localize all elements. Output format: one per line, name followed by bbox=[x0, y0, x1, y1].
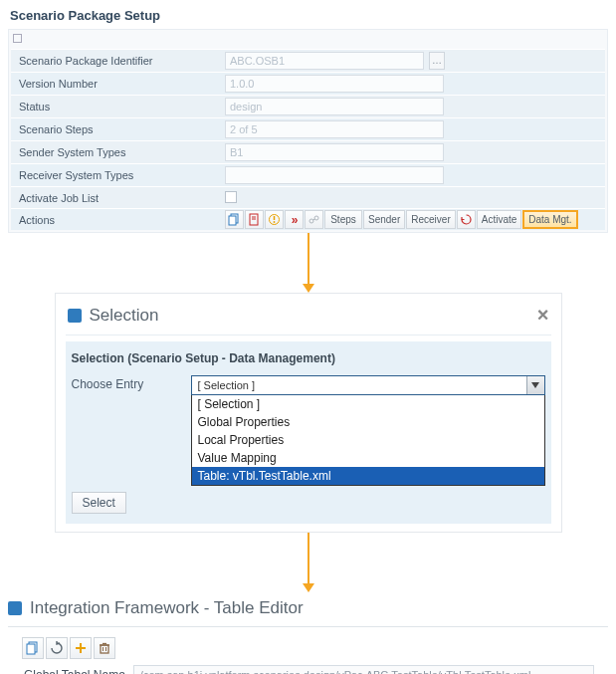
svg-point-7 bbox=[274, 221, 276, 223]
choose-entry-label: Choose Entry bbox=[72, 375, 191, 391]
selection-dialog: Selection × Selection (Scenario Setup - … bbox=[55, 293, 562, 533]
table-editor-panel: Global Tabel Name Customer C33333 Vendor… bbox=[22, 637, 594, 674]
choose-entry-dropdown-list: [ Selection ] Global Properties Local Pr… bbox=[191, 395, 545, 486]
receiver-types-label: Receiver System Types bbox=[11, 166, 225, 184]
divider bbox=[8, 626, 608, 627]
steps-button[interactable]: Steps bbox=[324, 210, 362, 229]
select-option[interactable]: Value Mapping bbox=[192, 449, 544, 467]
close-icon[interactable]: × bbox=[537, 304, 549, 327]
identifier-picker-button[interactable]: … bbox=[429, 52, 445, 70]
select-option[interactable]: Local Properties bbox=[192, 431, 544, 449]
steps-input bbox=[225, 120, 444, 138]
flow-arrow-2 bbox=[4, 533, 612, 592]
collapse-toggle-icon[interactable] bbox=[13, 34, 22, 43]
joblist-checkbox[interactable] bbox=[225, 191, 237, 203]
new-icon[interactable] bbox=[22, 637, 44, 659]
sender-types-label: Sender System Types bbox=[11, 143, 225, 161]
actions-label: Actions bbox=[11, 211, 225, 229]
svg-line-10 bbox=[313, 219, 315, 220]
select-option[interactable]: Global Properties bbox=[192, 413, 544, 431]
steps-label: Scenario Steps bbox=[11, 120, 225, 138]
add-icon[interactable] bbox=[70, 637, 92, 659]
receiver-types-input bbox=[225, 166, 444, 184]
editor-icon bbox=[8, 601, 22, 615]
version-label: Version Number bbox=[11, 75, 225, 93]
status-input bbox=[225, 98, 444, 115]
editor-title: Integration Framework - Table Editor bbox=[30, 598, 304, 618]
advance-icon[interactable]: » bbox=[285, 210, 304, 229]
identifier-input bbox=[225, 52, 424, 70]
identifier-label: Scenario Package Identifier bbox=[11, 52, 225, 70]
sender-button[interactable]: Sender bbox=[363, 210, 405, 229]
activate-button[interactable]: Activate bbox=[477, 210, 522, 229]
link-icon[interactable] bbox=[305, 210, 323, 229]
dialog-icon bbox=[68, 309, 82, 323]
setup-title: Scenario Package Setup bbox=[4, 4, 612, 29]
refresh-icon[interactable] bbox=[46, 637, 68, 659]
identifier-value-wrap: … bbox=[225, 50, 605, 72]
dialog-title: Selection bbox=[90, 306, 537, 326]
choose-entry-select[interactable]: [ Selection ] bbox=[191, 375, 545, 395]
data-mgt-button[interactable]: Data Mgt. bbox=[522, 210, 577, 229]
svg-rect-15 bbox=[101, 645, 108, 653]
doc-icon[interactable] bbox=[245, 210, 264, 229]
global-table-name-label: Global Tabel Name bbox=[22, 668, 125, 674]
select-button[interactable]: Select bbox=[72, 492, 126, 514]
svg-rect-1 bbox=[229, 216, 236, 225]
copy-icon[interactable] bbox=[225, 210, 244, 229]
global-table-name-input bbox=[133, 665, 594, 674]
status-label: Status bbox=[11, 98, 225, 115]
joblist-label: Activate Job List bbox=[11, 189, 225, 207]
dialog-subtitle: Selection (Scenario Setup - Data Managem… bbox=[66, 341, 551, 371]
svg-rect-12 bbox=[27, 644, 35, 654]
delete-icon[interactable] bbox=[94, 637, 115, 659]
version-input bbox=[225, 75, 444, 93]
select-option[interactable]: [ Selection ] bbox=[192, 395, 544, 413]
setup-panel: Scenario Package Identifier … Version Nu… bbox=[8, 29, 608, 233]
history-icon[interactable] bbox=[457, 210, 476, 229]
receiver-button[interactable]: Receiver bbox=[406, 210, 455, 229]
select-option[interactable]: Table: vTbl.TestTable.xml bbox=[192, 467, 544, 485]
chevron-down-icon[interactable] bbox=[526, 376, 544, 394]
warn-icon[interactable] bbox=[265, 210, 284, 229]
choose-entry-current: [ Selection ] bbox=[192, 379, 261, 391]
flow-arrow-1 bbox=[4, 233, 612, 293]
sender-types-input bbox=[225, 143, 444, 161]
